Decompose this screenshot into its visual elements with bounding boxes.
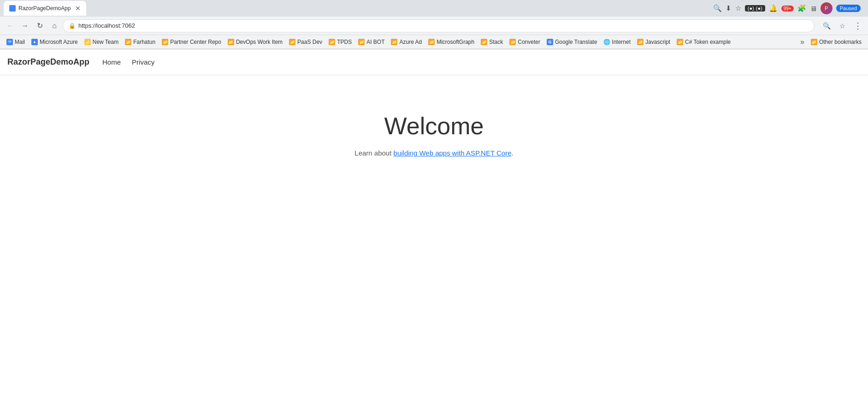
app-brand[interactable]: RazorPageDemoApp: [7, 57, 89, 67]
bookmark-devops-icon: 📁: [228, 39, 234, 45]
bookmark-csharp-icon: 📁: [677, 39, 683, 45]
address-bar[interactable]: 🔒 https://localhost:7062: [63, 19, 815, 32]
bookmark-new-team[interactable]: 📁 New Team: [82, 36, 121, 48]
back-button[interactable]: ←: [4, 19, 17, 32]
welcome-subtitle-before: Learn about: [354, 149, 393, 157]
bookmark-csharp-token[interactable]: 📁 C# Token example: [674, 36, 733, 48]
notification-badge: 99+: [781, 6, 794, 12]
bookmark-mail-label: Mail: [15, 39, 25, 45]
bookmark-mail-icon: ✉: [6, 39, 13, 45]
bookmark-js-label: Javascript: [645, 39, 670, 45]
bookmark-stack-icon: 📁: [481, 39, 487, 45]
bookmark-new-team-icon: 📁: [84, 39, 91, 45]
bookmark-msgraph-label: MicrosoftGraph: [437, 39, 474, 45]
bookmark-tpds-icon: 📁: [329, 39, 335, 45]
bookmark-azure-ad[interactable]: 📁 Azure Ad: [388, 36, 425, 48]
browser-chrome: RazorPageDemoApp ✕ 🔍 ⬇ ☆ (●) (●) 🔔 99+ 🧩…: [0, 0, 868, 49]
bookmarks-bar: ✉ Mail ▲ Microsoft Azure 📁 New Team 📁 Fa…: [0, 35, 868, 49]
bookmark-azuread-label: Azure Ad: [399, 39, 422, 45]
main-content: Welcome Learn about building Web apps wi…: [0, 75, 868, 157]
bookmark-azure-icon: ▲: [31, 39, 38, 45]
tab-downloads-icon[interactable]: ⬇: [726, 4, 732, 12]
bookmark-devops-label: DevOps Work Item: [236, 39, 283, 45]
bookmark-javascript[interactable]: 📁 Javascript: [634, 36, 673, 48]
bookmark-paas-icon: 📁: [289, 39, 295, 45]
app-navbar: RazorPageDemoApp Home Privacy: [0, 49, 868, 75]
bookmark-tpds[interactable]: 📁 TPDS: [326, 36, 354, 48]
bookmark-microsoft-azure[interactable]: ▲ Microsoft Azure: [29, 36, 81, 48]
bookmark-internet-icon: 🌐: [603, 39, 610, 45]
bookmark-msgraph[interactable]: 📁 MicrosoftGraph: [425, 36, 477, 48]
tab-title: RazorPageDemoApp: [18, 5, 71, 12]
home-button[interactable]: ⌂: [48, 19, 61, 32]
bookmark-stack[interactable]: 📁 Stack: [478, 36, 506, 48]
bookmark-partner-icon: 📁: [162, 39, 168, 45]
paused-badge: Paused: [836, 5, 861, 12]
bookmark-mail[interactable]: ✉ Mail: [4, 36, 28, 48]
other-bookmarks-icon: 📁: [811, 39, 817, 45]
tab-bar: RazorPageDemoApp ✕ 🔍 ⬇ ☆ (●) (●) 🔔 99+ 🧩…: [0, 0, 868, 17]
nav-right-controls: 🔍 ☆ ⋮: [820, 19, 864, 32]
bookmark-azure-label: Microsoft Azure: [40, 39, 78, 45]
bookmark-googletranslate-icon: G: [547, 39, 553, 45]
reload-button[interactable]: ↻: [33, 19, 46, 32]
bookmark-tpds-label: TPDS: [337, 39, 352, 45]
bookmark-msgraph-icon: 📁: [428, 39, 435, 45]
screen-cast-icon[interactable]: 🖥: [810, 5, 817, 12]
app-nav-links: Home Privacy: [100, 56, 156, 68]
bookmark-partner-center[interactable]: 📁 Partner Center Repo: [159, 36, 224, 48]
extensions-icon[interactable]: 🧩: [797, 4, 806, 12]
bookmark-stack-label: Stack: [489, 39, 503, 45]
bookmark-internet-label: Internet: [612, 39, 631, 45]
recording-indicator: (●) (●): [745, 5, 765, 12]
active-tab[interactable]: RazorPageDemoApp ✕: [4, 1, 86, 16]
bookmark-js-icon: 📁: [637, 39, 644, 45]
security-lock-icon: 🔒: [69, 23, 76, 29]
bookmark-azuread-icon: 📁: [391, 39, 397, 45]
profile-avatar[interactable]: P: [821, 2, 833, 14]
bookmark-aibot-label: AI BOT: [366, 39, 384, 45]
forward-button[interactable]: →: [18, 19, 31, 32]
bookmark-ai-bot[interactable]: 📁 AI BOT: [355, 36, 387, 48]
bookmark-aibot-icon: 📁: [358, 39, 365, 45]
url-text: https://localhost:7062: [78, 22, 809, 29]
bookmark-paas-label: PaaS Dev: [297, 39, 322, 45]
bookmark-partner-label: Partner Center Repo: [170, 39, 221, 45]
nav-bar: ← → ↻ ⌂ 🔒 https://localhost:7062 🔍 ☆ ⋮: [0, 17, 868, 35]
paused-label: Paused: [840, 6, 857, 11]
bookmark-paas[interactable]: 📁 PaaS Dev: [286, 36, 325, 48]
bookmark-googletranslate-label: Google Translate: [555, 39, 597, 45]
notification-icon[interactable]: 🔔: [769, 4, 778, 12]
bookmark-internet[interactable]: 🌐 Internet: [601, 36, 633, 48]
bookmark-farhatun-label: Farhatun: [133, 39, 155, 45]
aspnet-core-link[interactable]: building Web apps with ASP.NET Core: [394, 149, 512, 157]
bookmark-csharp-label: C# Token example: [685, 39, 731, 45]
bookmark-conveter-icon: 📁: [509, 39, 516, 45]
tab-favicon: [9, 5, 16, 12]
nav-link-home[interactable]: Home: [100, 56, 123, 68]
bookmark-new-team-label: New Team: [93, 39, 118, 45]
nav-link-privacy[interactable]: Privacy: [130, 56, 156, 68]
welcome-subtitle: Learn about building Web apps with ASP.N…: [354, 149, 513, 157]
bookmark-conveter-label: Conveter: [518, 39, 540, 45]
tab-search-icon[interactable]: 🔍: [713, 4, 722, 12]
welcome-subtitle-after: .: [512, 149, 514, 157]
bookmark-farhatun[interactable]: 📁 Farhatun: [122, 36, 158, 48]
tab-star-icon[interactable]: ☆: [735, 4, 741, 12]
bookmark-google-translate[interactable]: G Google Translate: [544, 36, 600, 48]
bookmark-farhatun-icon: 📁: [125, 39, 131, 45]
welcome-title: Welcome: [384, 112, 484, 140]
tab-close-button[interactable]: ✕: [75, 5, 81, 12]
bookmark-devops[interactable]: 📁 DevOps Work Item: [225, 36, 285, 48]
more-bookmarks-button[interactable]: »: [797, 37, 807, 47]
other-bookmarks-label: Other bookmarks: [819, 39, 862, 45]
bookmark-conveter[interactable]: 📁 Conveter: [507, 36, 543, 48]
bookmark-icon[interactable]: ☆: [836, 19, 849, 32]
zoom-icon[interactable]: 🔍: [820, 19, 833, 32]
browser-menu-icon[interactable]: ⋮: [851, 19, 864, 32]
page-content: RazorPageDemoApp Home Privacy Welcome Le…: [0, 49, 868, 157]
other-bookmarks[interactable]: 📁 Other bookmarks: [808, 38, 864, 46]
